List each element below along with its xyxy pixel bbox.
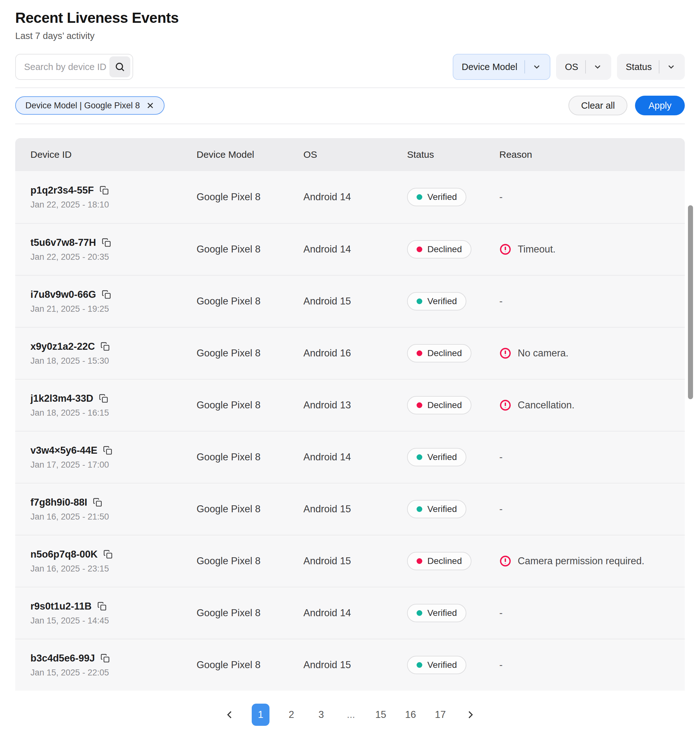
reason-text: Timeout.	[518, 244, 556, 255]
column-header-os: OS	[303, 149, 407, 160]
page-button[interactable]: 16	[403, 704, 419, 726]
copy-icon[interactable]	[100, 654, 110, 663]
reason-cell: -	[499, 607, 685, 619]
table-row: v3w4×5y6-44E Jan 17, 2025 - 17:00 Google…	[15, 431, 685, 483]
previous-page-button[interactable]	[222, 704, 238, 726]
status-badge: Verified	[407, 292, 466, 311]
table-header: Device ID Device Model OS Status Reason	[15, 138, 685, 171]
dropdown-divider	[524, 60, 525, 73]
status-label: Declined	[427, 348, 462, 358]
device-id-cell: p1q2r3s4-55F Jan 22, 2025 - 18:10	[31, 185, 197, 210]
device-id-cell: f7g8h9i0-88I Jan 16, 2025 - 21:50	[31, 497, 197, 522]
device-os: Android 14	[303, 191, 407, 203]
page-button[interactable]: 3	[313, 704, 329, 726]
status-cell: Verified	[407, 604, 499, 622]
copy-icon[interactable]	[93, 498, 102, 507]
status-badge: Declined	[407, 552, 471, 570]
device-model: Google Pixel 8	[197, 399, 303, 411]
device-id-cell: i7u8v9w0-66G Jan 21, 2025 - 19:25	[31, 289, 197, 314]
column-header-device-model: Device Model	[197, 149, 303, 160]
table-row: r9s0t1u2-11B Jan 15, 2025 - 14:45 Google…	[15, 587, 685, 639]
copy-icon[interactable]	[100, 342, 110, 351]
copy-icon[interactable]	[99, 394, 108, 403]
device-id-cell: b3c4d5e6-99J Jan 15, 2025 - 22:05	[31, 653, 197, 678]
filter-actions: Clear all Apply	[568, 96, 685, 115]
filter-dropdown[interactable]: OS	[556, 54, 611, 80]
divider	[15, 123, 685, 124]
status-cell: Verified	[407, 188, 499, 206]
active-filters-row: Device Model | Google Pixel 8 Clear all …	[15, 88, 685, 123]
reason-text: -	[499, 296, 503, 307]
device-os: Android 15	[303, 659, 407, 671]
scrollbar-thumb[interactable]	[688, 205, 693, 399]
events-table: Device ID Device Model OS Status Reason …	[15, 138, 685, 691]
device-model: Google Pixel 8	[197, 348, 303, 359]
copy-icon[interactable]	[97, 601, 106, 611]
filter-chip-label: Device Model | Google Pixel 8	[25, 101, 140, 110]
copy-icon[interactable]	[102, 238, 111, 247]
status-badge: Declined	[407, 240, 471, 258]
device-id-cell: x9y0z1a2-22C Jan 18, 2025 - 15:30	[31, 341, 197, 366]
device-id: i7u8v9w0-66G	[31, 289, 96, 300]
status-label: Verified	[427, 192, 457, 202]
page-button[interactable]: 1	[252, 704, 269, 726]
alert-circle-icon	[499, 555, 511, 567]
reason-text: -	[499, 659, 503, 671]
device-os: Android 16	[303, 348, 407, 359]
clear-all-button[interactable]: Clear all	[568, 96, 627, 115]
reason-text: -	[499, 503, 503, 515]
search-button[interactable]	[109, 56, 130, 77]
event-timestamp: Jan 21, 2025 - 19:25	[31, 304, 197, 314]
status-cell: Declined	[407, 396, 499, 414]
event-timestamp: Jan 17, 2025 - 17:00	[31, 460, 197, 470]
device-id: v3w4×5y6-44E	[31, 445, 97, 456]
copy-icon[interactable]	[103, 550, 113, 559]
status-label: Verified	[427, 504, 457, 514]
page-button[interactable]: 2	[284, 704, 299, 726]
event-timestamp: Jan 16, 2025 - 23:15	[31, 564, 197, 574]
event-timestamp: Jan 22, 2025 - 20:35	[31, 252, 197, 262]
filter-dropdown-label: Device Model	[462, 62, 518, 72]
dropdown-divider	[585, 60, 586, 73]
table-row: p1q2r3s4-55F Jan 22, 2025 - 18:10 Google…	[15, 171, 685, 223]
reason-text: No camera.	[518, 348, 568, 359]
copy-icon[interactable]	[100, 186, 109, 195]
page-title: Recent Liveness Events	[15, 9, 685, 26]
search-input[interactable]	[16, 62, 109, 72]
reason-text: Cancellation.	[518, 399, 575, 411]
status-dot-icon	[416, 662, 422, 668]
filter-dropdown[interactable]: Status	[617, 54, 685, 80]
filter-dropdown[interactable]: Device Model	[453, 54, 550, 80]
status-cell: Declined	[407, 240, 499, 258]
chevron-left-icon	[225, 710, 235, 719]
chevron-right-icon	[465, 710, 475, 719]
device-model: Google Pixel 8	[197, 503, 303, 515]
table-row: i7u8v9w0-66G Jan 21, 2025 - 19:25 Google…	[15, 275, 685, 327]
status-cell: Verified	[407, 292, 499, 311]
copy-icon[interactable]	[103, 446, 112, 455]
status-badge: Verified	[407, 188, 466, 206]
device-id: x9y0z1a2-22C	[31, 341, 95, 352]
alert-circle-icon	[499, 243, 511, 255]
page-button[interactable]: 17	[432, 704, 448, 726]
status-cell: Verified	[407, 656, 499, 674]
column-header-status: Status	[407, 149, 499, 160]
reason-cell: Camera permission required.	[499, 555, 685, 567]
apply-button[interactable]: Apply	[635, 96, 685, 115]
filter-chip[interactable]: Device Model | Google Pixel 8	[15, 96, 165, 115]
next-page-button[interactable]	[462, 704, 478, 726]
page-button[interactable]: 15	[373, 704, 389, 726]
table-body: p1q2r3s4-55F Jan 22, 2025 - 18:10 Google…	[15, 171, 685, 691]
event-timestamp: Jan 15, 2025 - 14:45	[31, 616, 197, 626]
reason-text: Camera permission required.	[518, 555, 644, 567]
table-row: f7g8h9i0-88I Jan 16, 2025 - 21:50 Google…	[15, 483, 685, 535]
device-id: b3c4d5e6-99J	[31, 653, 95, 664]
device-id: f7g8h9i0-88I	[31, 497, 87, 508]
status-label: Verified	[427, 452, 457, 462]
reason-cell: No camera.	[499, 347, 685, 359]
status-dot-icon	[416, 298, 422, 304]
device-model: Google Pixel 8	[197, 296, 303, 307]
close-icon[interactable]	[146, 101, 154, 110]
copy-icon[interactable]	[102, 290, 111, 299]
status-badge: Verified	[407, 448, 466, 467]
